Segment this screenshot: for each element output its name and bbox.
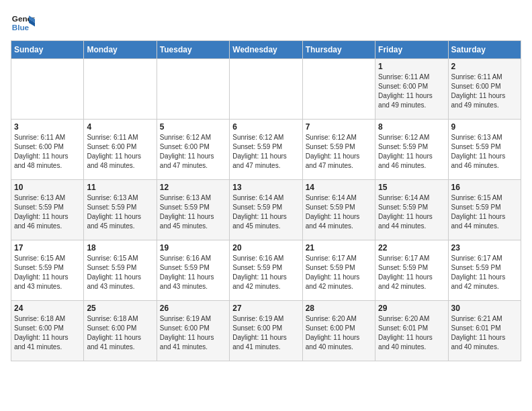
calendar-day	[84, 59, 157, 120]
day-info: Sunrise: 6:19 AMSunset: 6:00 PMDaylight:…	[160, 314, 226, 352]
day-number: 8	[378, 122, 445, 132]
day-info: Sunrise: 6:13 AMSunset: 5:59 PMDaylight:…	[87, 193, 153, 231]
calendar-day: 18Sunrise: 6:15 AMSunset: 5:59 PMDayligh…	[84, 240, 157, 301]
day-number: 23	[451, 243, 518, 253]
day-info: Sunrise: 6:21 AMSunset: 6:01 PMDaylight:…	[451, 314, 518, 352]
calendar-day: 16Sunrise: 6:15 AMSunset: 5:59 PMDayligh…	[448, 180, 521, 240]
col-header-wednesday: Wednesday	[230, 41, 302, 59]
day-info: Sunrise: 6:11 AMSunset: 6:00 PMDaylight:…	[87, 133, 153, 171]
calendar-day: 3Sunrise: 6:11 AMSunset: 6:00 PMDaylight…	[11, 120, 84, 180]
day-number: 27	[232, 304, 299, 313]
day-number: 2	[451, 62, 518, 71]
page-header: General Blue	[11, 11, 521, 35]
day-info: Sunrise: 6:20 AMSunset: 6:01 PMDaylight:…	[378, 314, 445, 352]
day-info: Sunrise: 6:16 AMSunset: 5:59 PMDaylight:…	[232, 254, 299, 291]
calendar-day: 12Sunrise: 6:13 AMSunset: 5:59 PMDayligh…	[157, 180, 229, 240]
day-info: Sunrise: 6:17 AMSunset: 5:59 PMDaylight:…	[378, 254, 445, 291]
calendar-day: 20Sunrise: 6:16 AMSunset: 5:59 PMDayligh…	[230, 240, 302, 301]
calendar-day: 25Sunrise: 6:18 AMSunset: 6:00 PMDayligh…	[84, 301, 157, 361]
logo-icon: General Blue	[11, 11, 35, 35]
calendar-day: 6Sunrise: 6:12 AMSunset: 5:59 PMDaylight…	[230, 120, 302, 180]
col-header-saturday: Saturday	[448, 41, 521, 59]
calendar-day: 24Sunrise: 6:18 AMSunset: 6:00 PMDayligh…	[11, 301, 84, 361]
calendar-day: 2Sunrise: 6:11 AMSunset: 6:00 PMDaylight…	[448, 59, 521, 120]
calendar-day: 22Sunrise: 6:17 AMSunset: 5:59 PMDayligh…	[375, 240, 448, 301]
calendar-day	[230, 59, 302, 120]
day-info: Sunrise: 6:15 AMSunset: 5:59 PMDaylight:…	[451, 193, 518, 231]
calendar-day: 19Sunrise: 6:16 AMSunset: 5:59 PMDayligh…	[157, 240, 229, 301]
day-number: 12	[160, 183, 226, 192]
day-number: 13	[232, 183, 299, 192]
day-number: 14	[306, 183, 372, 192]
calendar-day: 30Sunrise: 6:21 AMSunset: 6:01 PMDayligh…	[448, 301, 521, 361]
calendar-day: 13Sunrise: 6:14 AMSunset: 5:59 PMDayligh…	[230, 180, 302, 240]
day-number: 6	[232, 122, 299, 132]
day-number: 9	[451, 122, 518, 132]
day-number: 5	[160, 122, 226, 132]
calendar-day	[157, 59, 229, 120]
day-info: Sunrise: 6:12 AMSunset: 5:59 PMDaylight:…	[378, 133, 445, 171]
day-info: Sunrise: 6:11 AMSunset: 6:00 PMDaylight:…	[14, 133, 81, 171]
calendar-day	[11, 59, 84, 120]
calendar-table: SundayMondayTuesdayWednesdayThursdayFrid…	[11, 40, 521, 361]
calendar-week-5: 24Sunrise: 6:18 AMSunset: 6:00 PMDayligh…	[11, 301, 521, 361]
day-info: Sunrise: 6:11 AMSunset: 6:00 PMDaylight:…	[451, 73, 518, 110]
calendar-day: 4Sunrise: 6:11 AMSunset: 6:00 PMDaylight…	[84, 120, 157, 180]
day-info: Sunrise: 6:15 AMSunset: 5:59 PMDaylight:…	[87, 254, 153, 291]
calendar-day: 10Sunrise: 6:13 AMSunset: 5:59 PMDayligh…	[11, 180, 84, 240]
calendar-day: 29Sunrise: 6:20 AMSunset: 6:01 PMDayligh…	[375, 301, 448, 361]
day-number: 26	[160, 304, 226, 313]
calendar-week-1: 1Sunrise: 6:11 AMSunset: 6:00 PMDaylight…	[11, 59, 521, 120]
day-number: 22	[378, 243, 445, 253]
col-header-tuesday: Tuesday	[157, 41, 229, 59]
day-info: Sunrise: 6:18 AMSunset: 6:00 PMDaylight:…	[14, 314, 81, 352]
day-info: Sunrise: 6:16 AMSunset: 5:59 PMDaylight:…	[160, 254, 226, 291]
calendar-week-4: 17Sunrise: 6:15 AMSunset: 5:59 PMDayligh…	[11, 240, 521, 301]
day-number: 28	[306, 304, 372, 313]
calendar-day: 14Sunrise: 6:14 AMSunset: 5:59 PMDayligh…	[302, 180, 375, 240]
col-header-friday: Friday	[375, 41, 448, 59]
day-info: Sunrise: 6:14 AMSunset: 5:59 PMDaylight:…	[306, 193, 372, 231]
day-info: Sunrise: 6:15 AMSunset: 5:59 PMDaylight:…	[14, 254, 81, 291]
day-number: 1	[378, 62, 445, 71]
day-number: 30	[451, 304, 518, 313]
day-info: Sunrise: 6:18 AMSunset: 6:00 PMDaylight:…	[87, 314, 153, 352]
calendar-day: 23Sunrise: 6:17 AMSunset: 5:59 PMDayligh…	[448, 240, 521, 301]
calendar-day: 21Sunrise: 6:17 AMSunset: 5:59 PMDayligh…	[302, 240, 375, 301]
day-number: 18	[87, 243, 153, 253]
calendar-week-3: 10Sunrise: 6:13 AMSunset: 5:59 PMDayligh…	[11, 180, 521, 240]
col-header-thursday: Thursday	[302, 41, 375, 59]
calendar-day: 9Sunrise: 6:13 AMSunset: 5:59 PMDaylight…	[448, 120, 521, 180]
calendar-day: 8Sunrise: 6:12 AMSunset: 5:59 PMDaylight…	[375, 120, 448, 180]
day-number: 24	[14, 304, 81, 313]
calendar-day: 7Sunrise: 6:12 AMSunset: 5:59 PMDaylight…	[302, 120, 375, 180]
day-number: 21	[306, 243, 372, 253]
day-info: Sunrise: 6:13 AMSunset: 5:59 PMDaylight:…	[451, 133, 518, 171]
day-info: Sunrise: 6:17 AMSunset: 5:59 PMDaylight:…	[306, 254, 372, 291]
day-info: Sunrise: 6:14 AMSunset: 5:59 PMDaylight:…	[232, 193, 299, 231]
calendar-day: 5Sunrise: 6:12 AMSunset: 6:00 PMDaylight…	[157, 120, 229, 180]
calendar-day	[302, 59, 375, 120]
day-number: 7	[306, 122, 372, 132]
day-number: 16	[451, 183, 518, 192]
day-info: Sunrise: 6:13 AMSunset: 5:59 PMDaylight:…	[14, 193, 81, 231]
day-number: 4	[87, 122, 153, 132]
day-info: Sunrise: 6:11 AMSunset: 6:00 PMDaylight:…	[378, 73, 445, 110]
day-info: Sunrise: 6:13 AMSunset: 5:59 PMDaylight:…	[160, 193, 226, 231]
day-info: Sunrise: 6:17 AMSunset: 5:59 PMDaylight:…	[451, 254, 518, 291]
col-header-monday: Monday	[84, 41, 157, 59]
day-info: Sunrise: 6:20 AMSunset: 6:00 PMDaylight:…	[306, 314, 372, 352]
calendar-day: 28Sunrise: 6:20 AMSunset: 6:00 PMDayligh…	[302, 301, 375, 361]
day-info: Sunrise: 6:12 AMSunset: 5:59 PMDaylight:…	[232, 133, 299, 171]
day-info: Sunrise: 6:14 AMSunset: 5:59 PMDaylight:…	[378, 193, 445, 231]
calendar-day: 1Sunrise: 6:11 AMSunset: 6:00 PMDaylight…	[375, 59, 448, 120]
day-number: 20	[232, 243, 299, 253]
calendar-day: 26Sunrise: 6:19 AMSunset: 6:00 PMDayligh…	[157, 301, 229, 361]
day-info: Sunrise: 6:19 AMSunset: 6:00 PMDaylight:…	[232, 314, 299, 352]
day-number: 10	[14, 183, 81, 192]
day-number: 19	[160, 243, 226, 253]
col-header-sunday: Sunday	[11, 41, 84, 59]
day-number: 15	[378, 183, 445, 192]
calendar-day: 11Sunrise: 6:13 AMSunset: 5:59 PMDayligh…	[84, 180, 157, 240]
day-number: 3	[14, 122, 81, 132]
